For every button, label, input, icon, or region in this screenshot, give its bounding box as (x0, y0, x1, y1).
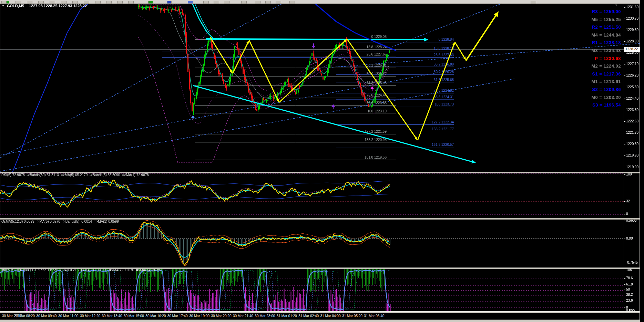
panel-scale-label: 0.00 (626, 237, 633, 240)
pivot-label-m5: M5 = 1255.25 (569, 17, 621, 22)
fib-gray-label: 78.6 1224.44 (331, 94, 387, 97)
toolbar-icon-fragment[interactable] (289, 1, 295, 4)
panel-scale-label: 78.6 (626, 276, 633, 280)
mt4-chart-window: ▼ GOLD,M5 1227.98 1228.25 1227.93 1228.2… (0, 0, 644, 322)
toolbar-icon-fragment[interactable] (27, 1, 32, 4)
fib-gray-label: 138.2 1220.95 (331, 138, 387, 142)
toolbar-icon-fragment[interactable] (84, 1, 89, 4)
toolbar-icon-fragment[interactable] (72, 1, 78, 4)
toolbar-icon-fragment[interactable] (255, 1, 260, 4)
toolbar-icon-fragment[interactable] (106, 1, 112, 4)
fib-gray-label: 38.2 1226.81 (331, 64, 387, 67)
toolbar-icon-fragment[interactable] (241, 1, 247, 4)
toolbar-icon-fragment[interactable] (214, 1, 219, 4)
time-tick-label: 31 Mar 06:40 (360, 314, 389, 318)
fib-gray-label: 161.8 1219.56 (331, 156, 387, 159)
pivot-label-p: P = 1230.68 (569, 56, 621, 61)
price-tick-label: 1228.90 (626, 40, 638, 43)
price-tick-label: 1220.80 (626, 142, 638, 146)
current-price-box: 1228.22 (624, 47, 640, 52)
fib-gray-label: 61.8 1225.43 (331, 81, 387, 85)
toolbar-icon-fragment[interactable] (531, 1, 536, 4)
fib-blue-label: 100 1223.73 (399, 103, 454, 106)
panel-scale-label: 0 (626, 212, 628, 216)
toolbar-icon-fragment[interactable] (276, 1, 281, 4)
pivot-label-m4: M4 = 1244.84 (569, 33, 621, 37)
panel-scale-label: 38.2 (626, 293, 633, 296)
panel-splitter-bottom[interactable] (0, 311, 644, 313)
toolbar-icon-fragment[interactable] (16, 1, 21, 4)
fib-gray-label: 88.6 1223.85 (331, 101, 387, 105)
price-tick-label: 1227.10 (626, 62, 638, 66)
chart-dropdown-icon[interactable]: ▼ (2, 4, 4, 7)
toolbar-icon-fragment[interactable] (50, 1, 55, 4)
chart-title-symbol: GOLD,M5 (7, 4, 24, 8)
pivot-label-r3: R3 = 1259.00 (569, 9, 621, 14)
fib-blue-label: 161.8 1220.57 (399, 143, 454, 147)
price-tick-label: 1231.60 (626, 6, 638, 9)
panel-scale-label: 61.8 (626, 283, 633, 286)
bottom-bar (0, 320, 644, 322)
pivot-label-m2: M2 = 1224.02 (569, 64, 621, 68)
fib-gray-label: 13.8 1228.24 (331, 46, 387, 49)
toolbar-icon-fragment[interactable] (117, 1, 123, 4)
toolbar-icon-fragment[interactable] (167, 1, 172, 4)
price-tick-label: 1230.70 (626, 17, 638, 20)
price-tick-label: 1221.70 (626, 131, 638, 134)
toolbar[interactable] (0, 0, 644, 4)
panel-scale-label: 50 (626, 288, 630, 291)
fib-blue-label: 0 1228.84 (399, 38, 454, 41)
toolbar-icon-fragment[interactable] (224, 1, 229, 4)
fib-gray-label: 127.2 1221.59 (331, 130, 387, 133)
price-tick-label: 1226.20 (626, 74, 638, 77)
toolbar-icon-fragment[interactable] (61, 1, 67, 4)
panel-scale-label: -0.7545 (626, 261, 638, 264)
toolbar-icon-fragment[interactable] (6, 1, 9, 4)
panel-splitter-rsi[interactable] (0, 172, 644, 173)
fib-blue-label: 127.2 1222.34 (399, 121, 454, 124)
toolbar-icon-fragment[interactable] (265, 1, 271, 4)
pivot-label-m0: M0 = 1203.20 (569, 95, 621, 100)
pivot-label-m3: M3 = 1234.43 (569, 48, 621, 53)
toolbar-icon-fragment[interactable] (148, 1, 153, 4)
panel-splitter-osma[interactable] (0, 218, 644, 220)
toolbar-icon-fragment[interactable] (128, 1, 134, 4)
fib-blue-label: 23.6 1227.63 (399, 53, 454, 57)
price-tick-label: 1225.30 (626, 85, 638, 89)
price-tick-label: 1219.00 (626, 165, 638, 169)
price-tick-label: 1224.40 (626, 97, 638, 100)
osma-indicator-label: OsMA(5,12,3) 0.0599 ->MA(5) 0.0270 ->Ban… (1, 220, 119, 223)
fib-blue-label: 13.8 1228.13 (399, 47, 454, 50)
fib-gray-label: 100 1223.19 (331, 110, 387, 113)
chart-left-border (0, 3, 0, 312)
fib-blue-label: 38.2 1226.89 (399, 63, 454, 66)
fib-blue-label: 138.2 1221.77 (399, 128, 454, 131)
fib-blue-label: 88.6 1224.31 (399, 95, 454, 99)
panel-scale-label: 32 (626, 200, 630, 203)
price-tick-label: 1223.50 (626, 108, 638, 112)
fib-gray-label: 0 1229.05 (331, 35, 387, 39)
chart-title-ohlc: 1227.98 1228.25 1227.93 1228.22 (29, 4, 87, 8)
adjacent-window-edge (640, 0, 644, 322)
toolbar-icon-fragment[interactable] (188, 1, 193, 4)
price-tick-label: 1229.80 (626, 28, 638, 32)
pivot-label-r2: R2 = 1251.50 (569, 25, 621, 29)
toolbar-icon-fragment[interactable] (38, 1, 44, 4)
fib-gray-label: 50.0 1226.12 (331, 72, 387, 76)
fib-blue-label: 50.0 1226.28 (399, 70, 454, 74)
pivot-label-r1: R1 = 1238.18 (569, 40, 621, 45)
fib-blue-label: 78.6 1224.82 (399, 89, 454, 92)
panel-scale-label: 23.6 (626, 299, 633, 302)
toolbar-icon-fragment[interactable] (95, 1, 101, 4)
panel-splitter-stochrsi[interactable] (0, 268, 644, 269)
price-tick-label: 1219.90 (626, 154, 638, 157)
time-axis[interactable]: 30 Mar 201630 Mar 08:2030 Mar 09:4030 Ma… (0, 312, 644, 320)
fib-gray-label: 23.6 1227.67 (331, 53, 387, 56)
chart-shift-marker-icon[interactable]: ▾ (615, 4, 617, 7)
main-chart-canvas[interactable] (0, 0, 644, 322)
rsi-indicator-label: RSI(5) 72.9878 ->Bands(89) 51.3113 =>MA(… (1, 173, 149, 177)
price-tick-label: 1222.60 (626, 120, 638, 123)
fib-blue-label: 61.8 1225.68 (399, 78, 454, 82)
pivot-label-s1: S1 = 1217.36 (569, 72, 621, 76)
toolbar-icon-fragment[interactable] (203, 1, 209, 4)
